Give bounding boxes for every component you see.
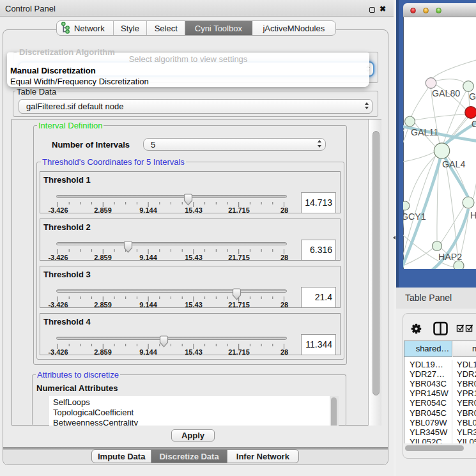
svg-text:GCY1: GCY1 [403, 211, 426, 222]
svg-text:C: C [472, 119, 476, 129]
svg-text:GAL80: GAL80 [432, 88, 460, 98]
svg-text:GAL4: GAL4 [442, 159, 465, 169]
svg-text:H: H [470, 210, 476, 220]
svg-text:HAP2: HAP2 [438, 252, 462, 262]
svg-text:GA: GA [469, 91, 476, 102]
svg-text:GAL11: GAL11 [411, 127, 438, 137]
